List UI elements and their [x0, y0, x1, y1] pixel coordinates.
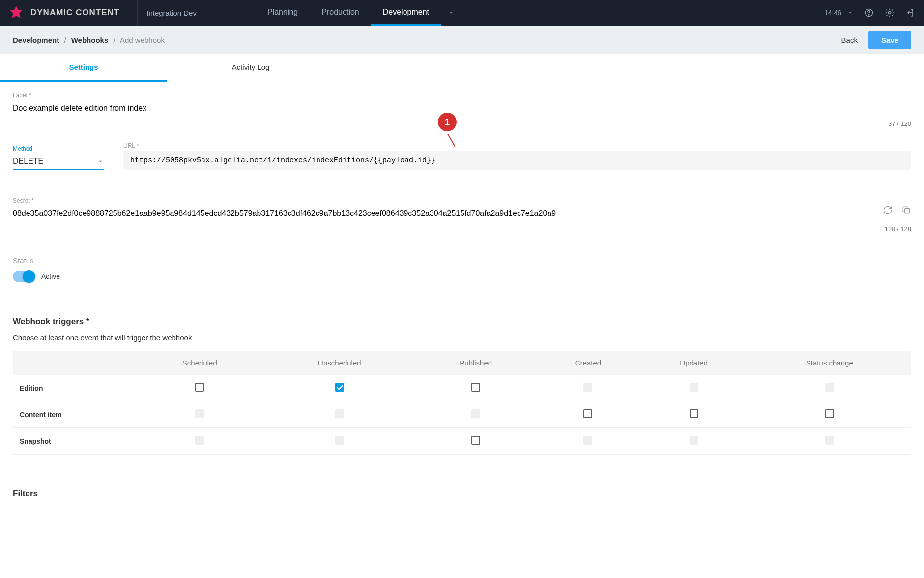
label-input[interactable] [13, 101, 911, 116]
trigger-cell [640, 375, 748, 401]
checkbox[interactable] [195, 383, 204, 392]
secret-input[interactable] [13, 206, 911, 221]
callout-number: 1 [445, 117, 450, 127]
url-field-label: URL * [123, 142, 911, 149]
url-input[interactable] [130, 156, 904, 165]
nav-tab-production[interactable]: Production [310, 0, 371, 26]
trigger-cell [264, 428, 415, 455]
checkbox [195, 436, 204, 445]
label-field-label: Label * [13, 92, 911, 99]
content-area: Label * 37 / 120 Method DELETE URL * 1 S… [0, 82, 924, 528]
nav-tab-planning[interactable]: Planning [256, 0, 310, 26]
trigger-cell [136, 428, 264, 455]
svg-marker-0 [10, 6, 23, 18]
secret-actions [883, 205, 911, 215]
chevron-down-icon [97, 158, 104, 165]
checkbox [825, 436, 834, 445]
svg-point-3 [889, 12, 891, 14]
col-header-empty [13, 351, 136, 375]
url-box [123, 151, 911, 170]
breadcrumb-webhooks[interactable]: Webhooks [71, 36, 109, 44]
triggers-desc: Choose at least one event that will trig… [13, 334, 911, 342]
checkbox [825, 383, 834, 392]
checkbox[interactable] [690, 409, 698, 418]
filters-title: Filters [13, 489, 911, 499]
logo-icon [9, 5, 24, 20]
subheader-actions: Back Save [841, 31, 911, 49]
breadcrumb: Development / Webhooks / Add webhook [13, 36, 165, 44]
secret-field-group: Secret * 128 / 128 [13, 197, 911, 233]
table-row: Snapshot [13, 428, 911, 455]
trigger-cell [264, 375, 415, 401]
row-header: Edition [13, 375, 136, 401]
time-display[interactable]: 14:46 [824, 9, 853, 17]
trigger-cell [536, 428, 639, 455]
checkbox[interactable] [335, 383, 344, 392]
checkbox[interactable] [471, 383, 480, 392]
triggers-table: Scheduled Unscheduled Published Created … [13, 351, 911, 455]
trigger-cell [264, 401, 415, 428]
checkbox [583, 436, 592, 445]
trigger-cell [640, 401, 748, 428]
chevron-down-icon [448, 9, 455, 16]
svg-rect-4 [905, 209, 910, 213]
col-header-unscheduled: Unscheduled [264, 351, 415, 375]
col-header-status-change: Status change [748, 351, 911, 375]
label-field-group: Label * 37 / 120 [13, 92, 911, 127]
back-button[interactable]: Back [841, 36, 858, 44]
url-field-group: URL * 1 [123, 142, 911, 170]
copy-icon[interactable] [901, 205, 911, 215]
trigger-cell [536, 375, 639, 401]
tab-activity-log[interactable]: Activity Log [167, 54, 334, 82]
checkbox [335, 436, 344, 445]
col-header-created: Created [536, 351, 639, 375]
nav-menu-more[interactable] [441, 0, 462, 26]
nav-tab-development[interactable]: Development [371, 0, 441, 26]
logout-icon[interactable] [905, 8, 915, 18]
checkbox [195, 409, 204, 418]
checkbox [471, 409, 480, 418]
brand-name: DYNAMIC CONTENT [30, 8, 119, 18]
trigger-cell [415, 428, 536, 455]
secret-counter: 128 / 128 [13, 225, 911, 233]
breadcrumb-sep: / [113, 36, 115, 44]
status-value: Active [41, 273, 60, 280]
trigger-cell [415, 375, 536, 401]
status-toggle[interactable] [13, 271, 34, 282]
trigger-cell [748, 401, 911, 428]
gear-icon[interactable] [885, 8, 895, 18]
status-field-group: Status Active [13, 256, 911, 282]
triggers-title: Webhook triggers * [13, 317, 911, 327]
breadcrumb-development[interactable]: Development [13, 36, 59, 44]
col-header-updated: Updated [640, 351, 748, 375]
toggle-knob [23, 270, 35, 283]
trigger-cell [415, 401, 536, 428]
trigger-cell [748, 375, 911, 401]
trigger-cell [536, 401, 639, 428]
top-nav: DYNAMIC CONTENT Integration Dev Planning… [0, 0, 924, 26]
col-header-scheduled: Scheduled [136, 351, 264, 375]
tab-settings[interactable]: Settings [0, 54, 167, 82]
checkbox [583, 383, 592, 392]
nav-tabs: Planning Production Development [256, 0, 462, 26]
checkbox [690, 383, 698, 392]
checkbox [335, 409, 344, 418]
divider [137, 0, 138, 26]
col-header-published: Published [415, 351, 536, 375]
trigger-cell [748, 428, 911, 455]
table-row: Content item [13, 401, 911, 428]
checkbox[interactable] [583, 409, 592, 418]
method-url-row: Method DELETE URL * 1 [13, 142, 911, 170]
hub-name[interactable]: Integration Dev [146, 9, 197, 17]
method-select[interactable]: DELETE [13, 154, 104, 170]
nav-right: 14:46 [824, 8, 924, 18]
page-tabs: Settings Activity Log [0, 54, 924, 82]
checkbox[interactable] [471, 436, 480, 445]
save-button[interactable]: Save [868, 31, 911, 49]
help-icon[interactable] [864, 8, 874, 18]
method-value: DELETE [13, 157, 43, 166]
regenerate-icon[interactable] [883, 205, 893, 215]
status-toggle-wrap: Active [13, 271, 911, 282]
checkbox[interactable] [825, 409, 834, 418]
trigger-cell [136, 375, 264, 401]
